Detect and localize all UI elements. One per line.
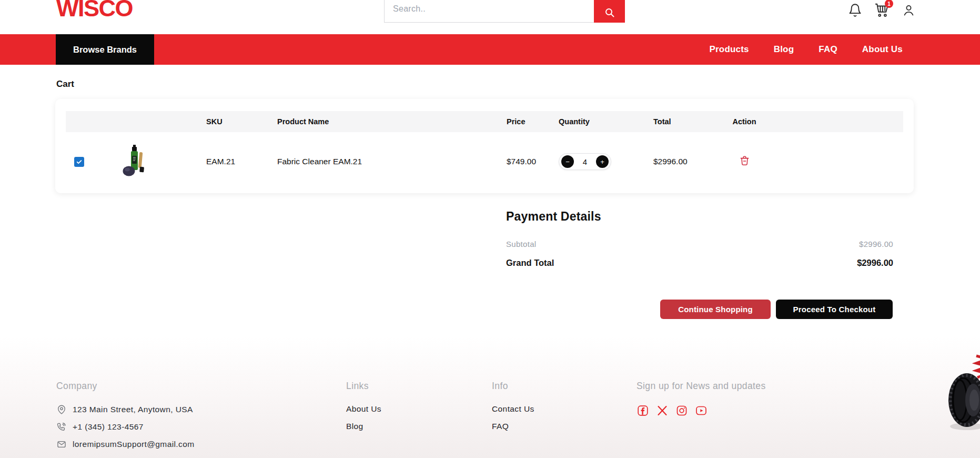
subtotal-row: Subtotal $2996.00 [506,240,893,248]
col-header-quantity: Quantity [552,117,647,126]
location-pin-icon [56,404,67,415]
facebook-icon [637,404,649,417]
x-icon [656,404,669,417]
tire-suspension-image [946,354,980,433]
quantity-value: 4 [583,157,587,166]
col-header-total: Total [647,117,705,126]
company-phone[interactable]: +1 (345) 123-4567 [56,422,195,432]
nav-link-faq[interactable]: FAQ [819,44,837,55]
footer-link-blog[interactable]: Blog [346,422,381,431]
col-header-sku: SKU [200,117,271,126]
main-navbar: Browse Brands Products Blog FAQ About Us [0,34,980,65]
continue-shopping-button[interactable]: Continue Shopping [660,300,771,319]
grand-total-row: Grand Total $2996.00 [506,258,893,268]
notifications-button[interactable] [847,2,863,18]
footer-info-column: Info Contact Us FAQ [492,381,534,439]
cart-item-row: EAM.21 Fabric Cleaner EAM.21 $749.00 − 4… [66,132,903,191]
cart-table-header: SKU Product Name Price Quantity Total Ac… [66,111,903,132]
phone-icon [56,422,67,432]
footer-company-column: Company 123 Main Street, Anytown, USA +1… [56,381,195,456]
footer: Company 123 Main Street, Anytown, USA +1… [0,337,980,458]
mail-icon [56,439,67,450]
col-header-price: Price [500,117,552,126]
footer-link-faq[interactable]: FAQ [492,422,534,431]
browse-brands-button[interactable]: Browse Brands [56,34,154,65]
top-header: WISCO 1 [0,0,980,34]
footer-link-about-us[interactable]: About Us [346,404,381,414]
grand-total-value: $2996.00 [857,258,893,268]
nav-link-about-us[interactable]: About Us [862,44,903,55]
check-icon [76,158,83,165]
search-bar [384,0,625,23]
social-icons-row [637,404,766,417]
quantity-increase-button[interactable]: + [596,155,609,168]
subtotal-label: Subtotal [506,240,536,248]
footer-newsletter-column: Sign up for News and updates [637,381,766,417]
product-image [123,143,149,178]
trash-icon [739,155,751,167]
header-icons: 1 [847,2,916,18]
youtube-link[interactable] [695,404,708,417]
proceed-to-checkout-button[interactable]: Proceed To Checkout [776,300,893,319]
newsletter-heading: Sign up for News and updates [637,381,766,392]
nav-link-blog[interactable]: Blog [774,44,794,55]
footer-link-contact-us[interactable]: Contact Us [492,404,534,414]
brand-logo[interactable]: WISCO [56,0,133,20]
col-header-product-name: Product Name [271,117,500,126]
nav-link-products[interactable]: Products [709,44,749,55]
company-email[interactable]: loremipsumSupport@gmail.com [56,439,195,450]
profile-button[interactable] [901,2,916,18]
cart-button[interactable]: 1 [874,2,890,18]
payment-details-title: Payment Details [506,210,601,224]
cart-badge: 1 [885,0,893,8]
remove-item-button[interactable] [739,155,751,168]
links-heading: Links [346,381,381,392]
x-twitter-link[interactable] [656,404,669,417]
item-price: $749.00 [500,157,552,166]
quantity-decrease-button[interactable]: − [561,155,574,168]
col-header-action: Action [732,117,756,126]
instagram-icon [675,404,688,417]
item-checkbox[interactable] [74,157,84,167]
user-icon [902,3,916,17]
subtotal-value: $2996.00 [859,240,893,248]
company-heading: Company [56,381,195,392]
item-name: Fabric Cleaner EAM.21 [271,157,500,166]
footer-links-column: Links About Us Blog [346,381,381,439]
item-total: $2996.00 [647,157,705,166]
grand-total-label: Grand Total [506,258,554,268]
search-input[interactable] [384,0,594,23]
page-title: Cart [56,79,74,89]
facebook-link[interactable] [637,404,649,417]
youtube-icon [695,404,708,417]
quantity-stepper: − 4 + [559,153,611,170]
info-heading: Info [492,381,534,392]
company-address: 123 Main Street, Anytown, USA [56,404,195,415]
instagram-link[interactable] [675,404,688,417]
cart-card: SKU Product Name Price Quantity Total Ac… [55,99,914,193]
bell-icon [848,3,862,17]
search-icon [603,6,616,19]
search-button[interactable] [594,0,625,23]
nav-links: Products Blog FAQ About Us [709,34,903,65]
item-sku: EAM.21 [200,157,271,166]
